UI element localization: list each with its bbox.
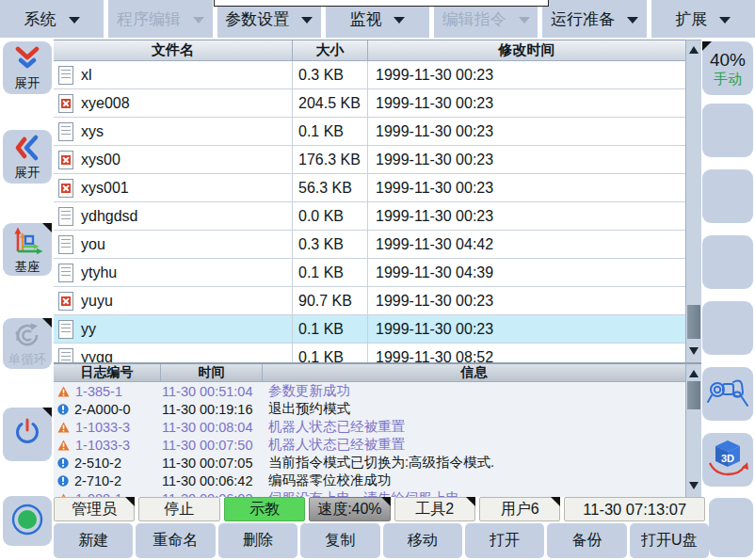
- double-chevron-down-icon: [10, 46, 44, 76]
- file-size: 56.3 KB: [292, 174, 367, 201]
- menu-item-label: 扩展: [675, 8, 707, 30]
- chevron-down-icon: [193, 17, 204, 24]
- scrollbar-thumb[interactable]: [687, 305, 700, 339]
- status-cell[interactable]: 管理员: [54, 497, 135, 521]
- file-name: yy: [81, 321, 96, 338]
- file-icon: [58, 320, 73, 339]
- menu-item-label: 参数设置: [225, 8, 289, 30]
- bottom-toolbar-button[interactable]: 备份: [547, 523, 626, 558]
- file-table-scrollbar[interactable]: [685, 40, 701, 362]
- expand-left-button[interactable]: 展开: [3, 130, 52, 184]
- log-id: 1-1033-3: [75, 420, 130, 435]
- file-row[interactable]: xys 0.1 KB 1999-11-30 00:23: [54, 118, 685, 146]
- file-table-header-size[interactable]: 大小: [292, 40, 367, 60]
- log-message: 当前指令模式已切换为:高级指令模式.: [262, 454, 685, 472]
- file-icon: [58, 94, 73, 113]
- file-row[interactable]: you 0.3 KB 1999-11-30 04:42: [54, 231, 685, 259]
- bottom-toolbar-button[interactable]: 打开: [465, 523, 544, 558]
- log-row[interactable]: 1-988-1 11-30 00:06:03 伺服没有上电，请先给伺服上电: [54, 489, 685, 497]
- right-toolbar-button-empty-1[interactable]: [702, 104, 753, 157]
- scroll-down-icon[interactable]: [689, 347, 699, 355]
- info-icon: [57, 404, 69, 415]
- status-cell[interactable]: 示教: [224, 497, 305, 521]
- program-badge-icon: [61, 296, 71, 306]
- double-chevron-left-icon: [12, 134, 42, 166]
- log-time: 11-30 00:08:04: [160, 420, 262, 435]
- menu-item[interactable]: 程序编辑: [108, 0, 212, 38]
- right-toolbar-button-empty-3[interactable]: [702, 235, 753, 289]
- file-row[interactable]: yy 0.1 KB 1999-11-30 00:23: [54, 315, 685, 344]
- teach-pendant-button[interactable]: [702, 367, 753, 421]
- status-cell[interactable]: 用户6: [479, 497, 560, 521]
- bottom-toolbar-button[interactable]: 打开U盘: [630, 523, 709, 558]
- scroll-down-icon[interactable]: [689, 482, 699, 489]
- speed-value: 40%: [710, 50, 746, 71]
- file-size: 204.5 KB: [292, 89, 367, 117]
- expand-down-button[interactable]: 展开: [3, 41, 52, 94]
- scroll-up-icon[interactable]: [689, 370, 699, 377]
- menu-item[interactable]: 系统: [0, 0, 104, 38]
- bottom-toolbar-button-label: 新建: [78, 531, 108, 551]
- program-badge-icon: [61, 99, 71, 108]
- right-toolbar-button-empty-2[interactable]: [702, 169, 753, 223]
- log-row[interactable]: 1-1033-3 11-30 00:08:04 机器人状态已经被重置: [54, 418, 685, 436]
- file-name: yuyu: [81, 293, 113, 310]
- scroll-up-icon[interactable]: [689, 46, 699, 54]
- status-cell[interactable]: 停止: [138, 497, 219, 521]
- file-size: 0.1 KB: [292, 118, 367, 145]
- single-cycle-button: 单循环: [3, 318, 52, 369]
- file-row[interactable]: ydhgdsd 0.0 KB 1999-11-30 00:23: [54, 202, 685, 231]
- file-modified: 1999-11-30 00:23: [367, 146, 685, 173]
- bottom-toolbar-button[interactable]: 重命名: [136, 523, 215, 558]
- file-row[interactable]: xl 0.3 KB 1999-11-30 00:23: [54, 61, 685, 89]
- status-cell[interactable]: 工具2: [394, 497, 475, 521]
- bottom-toolbar-button[interactable]: 移动: [383, 523, 462, 558]
- log-message: 机器人状态已经被重置: [262, 418, 685, 436]
- expand-left-label: 展开: [15, 167, 40, 180]
- file-table-header-modified[interactable]: 修改时间: [367, 40, 685, 60]
- status-cell[interactable]: 速度:40%: [309, 497, 390, 521]
- view-3d-button[interactable]: 3D: [702, 433, 753, 487]
- servo-status-button[interactable]: [3, 496, 52, 546]
- log-table-header: 日志编号 时间 信息: [54, 364, 685, 382]
- base-coordinate-button[interactable]: 基座: [3, 223, 52, 276]
- bottom-toolbar-button[interactable]: 新建: [54, 523, 133, 558]
- file-row[interactable]: xys001 56.3 KB 1999-11-30 00:23: [54, 174, 685, 202]
- speed-mode-button[interactable]: 40% 手动: [702, 41, 753, 95]
- file-table-header-name[interactable]: 文件名: [54, 40, 292, 60]
- status-cell-label: 用户6: [501, 500, 539, 520]
- file-row[interactable]: xys00 176.3 KB 1999-11-30 00:23: [54, 146, 685, 174]
- bottom-toolbar-button[interactable]: 删除: [218, 523, 297, 558]
- file-row[interactable]: yuyu 90.7 KB 1999-11-30 00:23: [54, 287, 685, 315]
- status-cell-label: 11-30 07:13:07: [583, 501, 686, 519]
- servo-on-icon: [8, 501, 46, 542]
- file-row[interactable]: yygg 0.1 KB 1999-11-30 08:52: [54, 344, 685, 362]
- scrollbar-thumb[interactable]: [687, 381, 700, 409]
- file-name: xl: [81, 67, 92, 84]
- log-table-scrollbar[interactable]: [685, 362, 701, 497]
- file-size: 0.3 KB: [292, 231, 367, 258]
- log-time: 11-30 00:07:50: [160, 438, 262, 453]
- log-id: 2-510-2: [74, 456, 121, 471]
- menu-item[interactable]: 运行准备: [542, 0, 646, 38]
- log-row[interactable]: 2-A000-0 11-30 00:19:16 退出预约模式: [54, 400, 685, 418]
- bottom-toolbar-button-label: 重命名: [153, 531, 199, 551]
- menu-item[interactable]: 扩展: [651, 0, 755, 38]
- right-toolbar-button-empty-4[interactable]: [702, 301, 753, 355]
- file-name: you: [81, 236, 105, 253]
- log-row[interactable]: 2-710-2 11-30 00:06:42 编码器零位校准成功: [54, 472, 685, 489]
- power-button[interactable]: [3, 408, 52, 461]
- file-row[interactable]: ytyhu 0.1 KB 1999-11-30 04:39: [54, 259, 685, 287]
- file-icon: [58, 207, 73, 226]
- bottom-right-corner-button[interactable]: [709, 498, 753, 557]
- log-header-info: 信息: [262, 364, 685, 381]
- file-row[interactable]: xye008 204.5 KB 1999-11-30 00:23: [54, 89, 685, 118]
- log-row[interactable]: 1-385-1 11-30 00:51:04 参数更新成功: [54, 382, 685, 400]
- log-header-time: 时间: [160, 364, 262, 381]
- popup-window-edge: [214, 0, 549, 7]
- bottom-toolbar-button[interactable]: 复制: [300, 523, 379, 558]
- log-row[interactable]: 2-510-2 11-30 00:07:05 当前指令模式已切换为:高级指令模式…: [54, 454, 685, 472]
- status-cell[interactable]: 11-30 07:13:07: [564, 497, 705, 521]
- log-row[interactable]: 1-1033-3 11-30 00:07:50 机器人状态已经被重置: [54, 436, 685, 454]
- log-id: 2-710-2: [74, 473, 121, 488]
